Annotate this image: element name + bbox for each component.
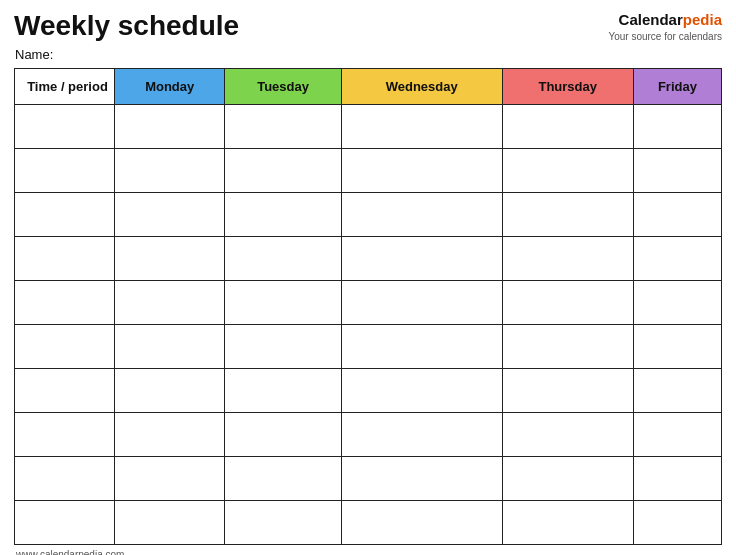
table-cell[interactable] (15, 104, 115, 148)
table-row (15, 148, 722, 192)
table-cell[interactable] (115, 368, 225, 412)
table-cell[interactable] (341, 148, 502, 192)
table-cell[interactable] (115, 456, 225, 500)
table-cell[interactable] (115, 192, 225, 236)
table-cell[interactable] (225, 324, 341, 368)
table-row (15, 192, 722, 236)
header: Weekly schedule Calendarpedia Your sourc… (14, 10, 722, 43)
table-cell[interactable] (15, 280, 115, 324)
page-title: Weekly schedule (14, 10, 239, 42)
table-cell[interactable] (115, 148, 225, 192)
table-cell[interactable] (15, 148, 115, 192)
table-cell[interactable] (225, 456, 341, 500)
table-cell[interactable] (341, 280, 502, 324)
col-header-thursday: Thursday (502, 68, 633, 104)
footer-url: www.calendarpedia.com (16, 549, 124, 555)
table-cell[interactable] (341, 368, 502, 412)
table-cell[interactable] (15, 192, 115, 236)
table-cell[interactable] (115, 280, 225, 324)
table-cell[interactable] (341, 500, 502, 544)
table-cell[interactable] (15, 324, 115, 368)
table-cell[interactable] (225, 500, 341, 544)
table-cell[interactable] (633, 280, 721, 324)
table-cell[interactable] (341, 104, 502, 148)
table-cell[interactable] (502, 368, 633, 412)
table-row (15, 236, 722, 280)
table-cell[interactable] (341, 412, 502, 456)
brand-suffix: pedia (683, 11, 722, 28)
table-row (15, 412, 722, 456)
schedule-body (15, 104, 722, 544)
table-cell[interactable] (115, 324, 225, 368)
table-cell[interactable] (341, 456, 502, 500)
brand-name: Calendar (619, 11, 683, 28)
brand-tagline: Your source for calendars (608, 30, 722, 43)
schedule-table: Time / period Monday Tuesday Wednesday T… (14, 68, 722, 545)
table-row (15, 280, 722, 324)
page: Weekly schedule Calendarpedia Your sourc… (0, 0, 736, 555)
table-cell[interactable] (115, 236, 225, 280)
name-label: Name: (14, 47, 722, 62)
table-row (15, 500, 722, 544)
table-cell[interactable] (633, 368, 721, 412)
table-cell[interactable] (115, 412, 225, 456)
table-cell[interactable] (502, 236, 633, 280)
table-cell[interactable] (633, 456, 721, 500)
table-cell[interactable] (225, 412, 341, 456)
table-cell[interactable] (633, 148, 721, 192)
table-cell[interactable] (502, 104, 633, 148)
table-cell[interactable] (502, 324, 633, 368)
header-row: Time / period Monday Tuesday Wednesday T… (15, 68, 722, 104)
table-cell[interactable] (633, 104, 721, 148)
table-cell[interactable] (633, 412, 721, 456)
table-cell[interactable] (115, 104, 225, 148)
table-cell[interactable] (15, 500, 115, 544)
table-cell[interactable] (633, 236, 721, 280)
table-cell[interactable] (502, 192, 633, 236)
table-cell[interactable] (502, 456, 633, 500)
table-cell[interactable] (225, 368, 341, 412)
footer: www.calendarpedia.com (14, 549, 722, 555)
col-header-wednesday: Wednesday (341, 68, 502, 104)
table-cell[interactable] (502, 148, 633, 192)
table-row (15, 368, 722, 412)
col-header-friday: Friday (633, 68, 721, 104)
table-cell[interactable] (15, 368, 115, 412)
col-header-monday: Monday (115, 68, 225, 104)
table-cell[interactable] (15, 456, 115, 500)
col-header-time: Time / period (15, 68, 115, 104)
table-cell[interactable] (225, 104, 341, 148)
brand-logo: Calendarpedia Your source for calendars (608, 10, 722, 43)
table-cell[interactable] (341, 192, 502, 236)
table-cell[interactable] (633, 500, 721, 544)
table-cell[interactable] (225, 236, 341, 280)
table-cell[interactable] (225, 192, 341, 236)
col-header-tuesday: Tuesday (225, 68, 341, 104)
table-cell[interactable] (115, 500, 225, 544)
table-cell[interactable] (225, 148, 341, 192)
table-cell[interactable] (502, 412, 633, 456)
table-row (15, 324, 722, 368)
table-cell[interactable] (341, 324, 502, 368)
table-row (15, 104, 722, 148)
table-cell[interactable] (225, 280, 341, 324)
table-cell[interactable] (633, 324, 721, 368)
table-cell[interactable] (633, 192, 721, 236)
table-cell[interactable] (15, 236, 115, 280)
table-cell[interactable] (502, 280, 633, 324)
table-row (15, 456, 722, 500)
table-cell[interactable] (15, 412, 115, 456)
table-cell[interactable] (341, 236, 502, 280)
table-cell[interactable] (502, 500, 633, 544)
